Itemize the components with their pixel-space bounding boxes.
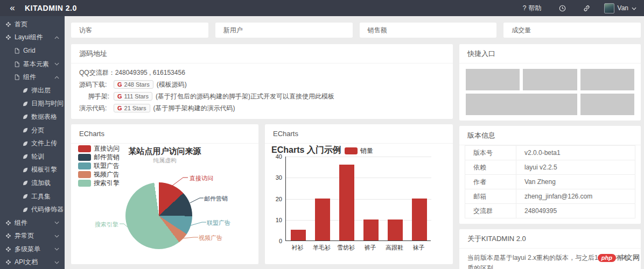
- sidebar-item-6[interactable]: 日期与时间: [0, 97, 65, 111]
- chevron-down-icon: [54, 261, 59, 264]
- quick-entry-box[interactable]: [580, 94, 634, 115]
- navbar-right: ? 帮助 Van: [514, 0, 644, 16]
- component-icon: [5, 34, 11, 40]
- sidebar-item-15[interactable]: 组件: [0, 216, 65, 230]
- sidebar-item-0[interactable]: 首页: [0, 18, 65, 31]
- leaf-icon: [23, 167, 28, 173]
- sidebar-item-14[interactable]: 代码修饰器: [0, 203, 65, 216]
- leaf-icon: [23, 114, 28, 119]
- stat-card-label: 访客: [79, 26, 92, 35]
- pie-legend-item[interactable]: 视频广告: [78, 170, 120, 179]
- sidebar-item-1[interactable]: Layui组件: [0, 31, 65, 45]
- component-icon: [5, 246, 11, 252]
- stat-card[interactable]: 成交量: [503, 23, 641, 38]
- pie-slice-label: 联盟广告: [207, 219, 230, 227]
- chevron-down-icon: [54, 62, 59, 66]
- pie-legend-item[interactable]: 联盟广告: [78, 161, 120, 170]
- leaf-icon: [23, 194, 28, 199]
- sidebar-menu: 首页Layui组件Grid基本元素组件弹出层日期与时间数据表格分页文件上传轮训模…: [0, 16, 65, 269]
- bar: [363, 220, 379, 240]
- leaf-icon: [23, 128, 28, 133]
- quick-entry-box[interactable]: [523, 69, 577, 90]
- leaf-icon: [23, 207, 28, 213]
- gridline: [286, 178, 431, 178]
- chevron-down-icon: [54, 247, 59, 251]
- legend-swatch: [345, 147, 358, 154]
- sidebar-item-18[interactable]: API文档: [0, 256, 65, 269]
- sidebar-item-16[interactable]: 异常页: [0, 230, 65, 243]
- pie-chart-panel: ECharts 某站点用户访问来源 纯属虚构 直接访问邮件营销联盟广告视频广告搜…: [71, 124, 258, 264]
- sidebar-item-9[interactable]: 文件上传: [0, 137, 65, 150]
- source-row-desc: (模板源码): [157, 80, 187, 89]
- version-table: 版本号v2.0.0-beta1依赖layui v2.2.5作者Van Zheng…: [465, 145, 635, 218]
- legend-label: 联盟广告: [94, 161, 120, 171]
- pie-legend-item[interactable]: 搜索引擎: [78, 179, 120, 187]
- leaf-icon: [23, 101, 28, 107]
- sidebar-item-2[interactable]: Grid: [0, 44, 65, 58]
- x-axis-tick-label: 衬衫: [285, 244, 310, 252]
- y-axis-tick-label: 10: [268, 217, 282, 223]
- sidebar-item-12[interactable]: 流加载: [0, 176, 65, 190]
- quick-entry-box[interactable]: [580, 69, 634, 90]
- stat-card[interactable]: 访客: [71, 23, 208, 38]
- stars-count: 21 Stars: [124, 105, 146, 111]
- sidebar-item-3[interactable]: 基本元素: [0, 58, 65, 71]
- link-button[interactable]: [575, 5, 599, 12]
- sidebar-item-label: 模板引擎: [31, 165, 57, 174]
- sidebar: 首页Layui组件Grid基本元素组件弹出层日期与时间数据表格分页文件上传轮训模…: [0, 16, 65, 269]
- quick-entry-grid: [466, 69, 634, 115]
- qq-group-line: QQ交流群：248049395 , 616153456: [79, 67, 445, 78]
- history-button[interactable]: [550, 5, 575, 12]
- legend-swatch: [78, 162, 91, 169]
- gitee-stars-badge[interactable]: G21 Stars: [114, 104, 150, 112]
- component-icon: [5, 259, 11, 265]
- chevron-down-icon: [54, 235, 59, 238]
- sidebar-collapse-icon[interactable]: «: [0, 0, 25, 16]
- legend-label: 邮件营销: [94, 153, 120, 162]
- gitee-stars-badge[interactable]: G248 Stars: [114, 80, 153, 89]
- bar: [315, 199, 330, 241]
- sidebar-item-10[interactable]: 轮训: [0, 150, 65, 164]
- source-address-panel: 源码地址 QQ交流群：248049395 , 616153456 源码下载:G2…: [71, 44, 453, 119]
- x-axis-tick-label: 雪纺衫: [334, 244, 358, 252]
- app-logo[interactable]: KITADMIN 2.0: [25, 4, 77, 12]
- version-key: 版本号: [465, 146, 516, 160]
- clock-icon: [559, 5, 566, 12]
- stat-card[interactable]: 新用户: [215, 23, 353, 38]
- pie-legend-item[interactable]: 邮件营销: [78, 153, 120, 161]
- bar: [412, 199, 427, 241]
- sidebar-item-13[interactable]: 工具集: [0, 190, 65, 203]
- sidebar-item-5[interactable]: 弹出层: [0, 84, 65, 97]
- sidebar-item-label: 数据表格: [31, 112, 57, 122]
- sidebar-item-11[interactable]: 模板引擎: [0, 164, 65, 177]
- sidebar-item-label: 代码修饰器: [31, 205, 64, 214]
- main-content: 访客新用户销售额成交量 源码地址 QQ交流群：248049395 , 61615…: [65, 16, 644, 269]
- quick-entry-box[interactable]: [466, 69, 520, 90]
- stat-cards-row: 访客新用户销售额成交量: [71, 23, 641, 38]
- panel-title: 版本信息: [459, 126, 641, 145]
- sidebar-item-17[interactable]: 多级菜单: [0, 243, 65, 256]
- bar-legend[interactable]: 销量: [345, 146, 373, 155]
- source-row: 脚手架:G111 Stars(基于打包后的源码构建的脚手架)正式开发可以直接使用…: [79, 91, 445, 102]
- about-panel: 关于KITADMIN 2.0 当前版本是基于layui 2.x重构的版本，与之后…: [459, 229, 641, 269]
- quick-entry-box[interactable]: [466, 94, 577, 115]
- source-row-label: 源码下载:: [79, 80, 110, 89]
- panel-title: ECharts: [71, 124, 258, 144]
- chevron-up-icon: [54, 76, 59, 79]
- stat-card[interactable]: 销售额: [360, 23, 497, 38]
- link-icon: [583, 5, 590, 12]
- sidebar-item-4[interactable]: 组件: [0, 70, 65, 84]
- php-badge: php: [598, 254, 616, 262]
- gitee-stars-badge[interactable]: G111 Stars: [114, 92, 152, 101]
- stat-card-label: 新用户: [223, 26, 243, 35]
- x-axis-tick-label: 羊毛衫: [310, 244, 334, 252]
- sidebar-item-7[interactable]: 数据表格: [0, 110, 65, 124]
- sidebar-item-label: 组件: [23, 73, 36, 82]
- pie-legend-item[interactable]: 直接访问: [78, 144, 120, 153]
- help-link[interactable]: ? 帮助: [514, 0, 550, 16]
- file-icon: [14, 48, 20, 54]
- sidebar-item-8[interactable]: 分页: [0, 124, 65, 137]
- bar-chart: ECharts 入门示例 销量 010203040衬衫羊毛衫雪纺衫裤子高跟鞋袜子: [265, 144, 453, 264]
- leaf-icon: [23, 154, 28, 159]
- user-menu[interactable]: Van: [599, 3, 644, 13]
